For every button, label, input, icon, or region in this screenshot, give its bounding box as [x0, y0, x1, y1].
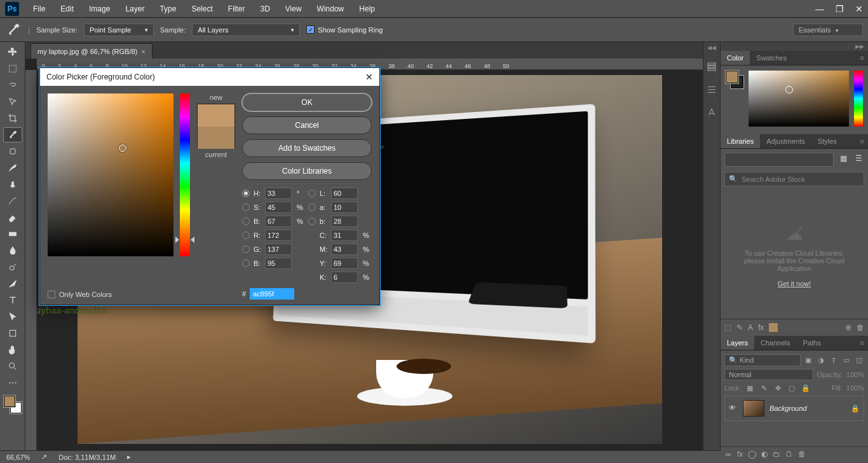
tab-channels[interactable]: Channels: [754, 336, 796, 350]
new-layer-icon[interactable]: 🗋: [785, 450, 793, 459]
input-s[interactable]: [265, 202, 292, 213]
input-h[interactable]: [265, 188, 292, 199]
menu-layer[interactable]: Layer: [119, 2, 151, 16]
layer-row[interactable]: 👁 Background 🔒: [724, 396, 864, 421]
stock-search-input[interactable]: 🔍Search Adobe Stock: [724, 172, 864, 186]
only-web-colors-checkbox[interactable]: Only Web Colors: [48, 291, 112, 298]
zoom-level[interactable]: 66,67%: [6, 453, 30, 461]
path-select-tool-icon[interactable]: [3, 309, 22, 324]
lib-icon[interactable]: ✎: [736, 323, 743, 332]
gradient-tool-icon[interactable]: [3, 226, 22, 242]
tab-color[interactable]: Color: [721, 51, 750, 65]
tab-swatches[interactable]: Swatches: [750, 51, 793, 65]
lock-artboard-icon[interactable]: ▢: [787, 383, 797, 393]
pen-tool-icon[interactable]: [3, 276, 22, 291]
lib-icon[interactable]: ⊕: [845, 323, 851, 332]
input-b2[interactable]: [331, 216, 358, 227]
history-brush-tool-icon[interactable]: [3, 193, 22, 209]
brush-tool-icon[interactable]: [3, 160, 22, 176]
lasso-tool-icon[interactable]: [3, 78, 22, 93]
radio-b[interactable]: [242, 218, 250, 225]
delete-layer-icon[interactable]: 🗑: [798, 450, 806, 459]
input-r[interactable]: [265, 230, 292, 241]
dodge-tool-icon[interactable]: [3, 259, 22, 275]
tab-adjustments[interactable]: Adjustments: [760, 134, 811, 148]
share-icon[interactable]: ↗: [41, 453, 47, 461]
adjustment-icon[interactable]: ◐: [761, 450, 768, 459]
radio-s[interactable]: [242, 204, 250, 211]
menu-select[interactable]: Select: [185, 2, 219, 16]
hand-tool-icon[interactable]: [3, 342, 22, 357]
fill-value[interactable]: 100%: [846, 384, 864, 392]
marquee-tool-icon[interactable]: [3, 61, 22, 76]
shape-tool-icon[interactable]: [3, 326, 22, 341]
radio-g[interactable]: [242, 245, 250, 253]
tab-paths[interactable]: Paths: [797, 336, 827, 350]
input-c[interactable]: [331, 230, 358, 241]
lock-transparency-icon[interactable]: ▦: [745, 383, 755, 393]
filter-pixel-icon[interactable]: ▣: [803, 356, 813, 366]
lib-icon[interactable]: ⬚: [724, 323, 731, 332]
input-hex[interactable]: [250, 288, 294, 300]
input-g[interactable]: [265, 244, 292, 255]
input-y[interactable]: [331, 258, 358, 269]
healing-tool-icon[interactable]: [3, 144, 22, 159]
filter-shape-icon[interactable]: ▭: [841, 356, 851, 366]
menu-view[interactable]: View: [279, 2, 308, 16]
blend-mode-dropdown[interactable]: Normal: [724, 369, 813, 380]
stamp-tool-icon[interactable]: [3, 177, 22, 192]
saturation-value-field[interactable]: [48, 93, 173, 256]
dialog-titlebar[interactable]: Color Picker (Foreground Color) ✕: [40, 68, 379, 86]
dialog-close-icon[interactable]: ✕: [365, 72, 373, 82]
input-bl[interactable]: [265, 258, 292, 269]
move-tool-icon[interactable]: [3, 45, 22, 60]
radio-b2[interactable]: [308, 218, 316, 225]
color-swatches[interactable]: [4, 396, 22, 413]
tab-libraries[interactable]: Libraries: [721, 134, 760, 148]
color-field[interactable]: [749, 71, 849, 127]
add-to-swatches-button[interactable]: Add to Swatches: [242, 139, 372, 157]
hue-slider[interactable]: [180, 93, 190, 256]
menu-image[interactable]: Image: [83, 2, 116, 16]
fx-icon[interactable]: fx: [737, 450, 743, 459]
tab-styles[interactable]: Styles: [811, 134, 843, 148]
layer-kind-dropdown[interactable]: 🔍 Kind: [724, 354, 801, 366]
lib-swatch[interactable]: [769, 323, 778, 332]
visibility-icon[interactable]: 👁: [729, 404, 738, 413]
color-libraries-button[interactable]: Color Libraries: [242, 162, 372, 180]
character-panel-icon[interactable]: [706, 107, 717, 118]
sample-dropdown[interactable]: All Layers: [192, 24, 300, 36]
grid-view-icon[interactable]: ▦: [837, 153, 849, 164]
radio-l[interactable]: [308, 190, 316, 197]
ok-button[interactable]: OK: [242, 93, 372, 111]
document-tab[interactable]: my laptop.jpg @ 66,7% (RGB/8) ×: [31, 43, 153, 59]
input-b[interactable]: [265, 216, 292, 227]
input-k[interactable]: [331, 272, 358, 283]
zoom-tool-icon[interactable]: [3, 359, 22, 374]
layer-name[interactable]: Background: [770, 404, 807, 412]
filter-adjust-icon[interactable]: ◑: [816, 356, 826, 366]
menu-filter[interactable]: Filter: [222, 2, 252, 16]
lib-icon[interactable]: fx: [758, 323, 764, 332]
close-icon[interactable]: ✕: [855, 4, 863, 14]
panel-color-swatches[interactable]: [726, 71, 743, 88]
blur-tool-icon[interactable]: [3, 243, 22, 258]
cancel-button[interactable]: Cancel: [242, 116, 372, 134]
menu-edit[interactable]: Edit: [54, 2, 80, 16]
lock-position-icon[interactable]: ✥: [773, 383, 783, 393]
lib-icon[interactable]: A: [748, 323, 753, 332]
radio-bl[interactable]: [242, 259, 250, 267]
hue-strip[interactable]: [854, 71, 863, 127]
menu-3d[interactable]: 3D: [254, 2, 276, 16]
group-icon[interactable]: 🗀: [773, 450, 780, 459]
crop-tool-icon[interactable]: [3, 111, 22, 126]
filter-smart-icon[interactable]: ◫: [854, 356, 864, 366]
filter-type-icon[interactable]: T: [829, 356, 839, 366]
list-view-icon[interactable]: ☰: [853, 153, 864, 164]
menu-help[interactable]: Help: [353, 2, 381, 16]
menu-type[interactable]: Type: [153, 2, 182, 16]
input-m[interactable]: [331, 244, 358, 255]
mask-icon[interactable]: ◯: [748, 450, 756, 459]
radio-r[interactable]: [242, 232, 250, 239]
menu-file[interactable]: File: [27, 2, 51, 16]
